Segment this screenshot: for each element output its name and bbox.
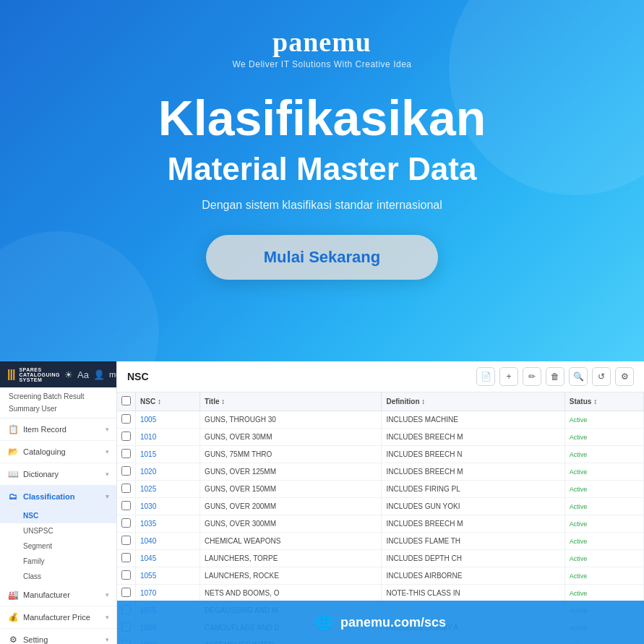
table-row[interactable]: 1040 CHEMICAL WEAPONS INCLUDES FLAME TH … xyxy=(117,533,644,550)
row-checkbox[interactable] xyxy=(121,536,131,545)
cta-button[interactable]: Mulai Sekarang xyxy=(206,235,438,280)
brightness-icon[interactable]: ☀ xyxy=(64,369,73,380)
col-status[interactable]: Status ↕ xyxy=(564,392,643,411)
col-checkbox xyxy=(117,392,136,411)
sidebar: ||| SPARES CATALOGUING SYSTEM ☀ Aa 👤 mub… xyxy=(0,361,117,644)
nsc-cell[interactable]: 1055 xyxy=(136,567,200,585)
title-cell: GUNS, OVER 150MM xyxy=(200,481,382,498)
sidebar-item-cataloguing[interactable]: 📂 Cataloguing ▾ xyxy=(0,441,116,463)
nsc-link[interactable]: 1030 xyxy=(140,502,156,510)
row-checkbox[interactable] xyxy=(121,553,131,562)
col-definition[interactable]: Definition ↕ xyxy=(382,392,564,411)
setting-label: Setting xyxy=(23,635,101,644)
classification-icon: 🗂 xyxy=(7,491,19,502)
overlay-url: panemu.com/scs xyxy=(340,615,446,630)
add-button[interactable]: + xyxy=(499,367,518,386)
table-row[interactable]: 1035 GUNS, OVER 300MM INCLUDES BREECH M … xyxy=(117,515,644,533)
setting-icon: ⚙ xyxy=(7,634,19,644)
main-toolbar: NSC 📄 + ✏ 🗑 🔍 ↺ ⚙ xyxy=(117,361,644,392)
nsc-link[interactable]: 1025 xyxy=(140,485,156,493)
definition-cell: INCLUDES AIRBORNE xyxy=(382,567,564,585)
table-row[interactable]: 1010 GUNS, OVER 30MM INCLUDES BREECH M A… xyxy=(117,429,644,446)
row-checkbox[interactable] xyxy=(121,501,131,510)
row-checkbox[interactable] xyxy=(121,518,131,528)
nsc-cell[interactable]: 1005 xyxy=(136,411,200,429)
sidebar-item-manufacturer[interactable]: 🏭 Manufacturer ▾ xyxy=(0,584,116,606)
nsc-link[interactable]: 1015 xyxy=(140,450,156,458)
row-checkbox[interactable] xyxy=(121,432,131,441)
status-badge: Active xyxy=(570,486,588,493)
row-checkbox[interactable] xyxy=(121,588,131,597)
sub-item-unspsc[interactable]: UNSPSC xyxy=(0,523,116,538)
definition-cell: NOTE-THIS CLASS IN xyxy=(382,585,564,602)
definition-cell: INCLUDES BREECH M xyxy=(382,463,564,481)
user-icon[interactable]: 👤 xyxy=(93,369,105,380)
nsc-cell[interactable]: 1010 xyxy=(136,429,200,446)
search-button[interactable]: 🔍 xyxy=(569,367,588,386)
nsc-cell[interactable]: 1045 xyxy=(136,550,200,567)
delete-button[interactable]: 🗑 xyxy=(546,367,564,386)
nsc-cell[interactable]: 1025 xyxy=(136,481,200,498)
nsc-cell[interactable]: 1015 xyxy=(136,446,200,463)
nsc-link[interactable]: 1040 xyxy=(140,537,156,545)
nsc-cell[interactable]: 1040 xyxy=(136,533,200,550)
screening-batch-link[interactable]: Screening Batch Result xyxy=(0,390,116,403)
edit-button[interactable]: ✏ xyxy=(523,367,541,386)
status-badge: Active xyxy=(570,416,588,424)
table-header-row: NSC ↕ Title ↕ Definition ↕ Status ↕ xyxy=(117,392,644,411)
table-row[interactable]: 1025 GUNS, OVER 150MM INCLUDES FIRING PL… xyxy=(117,481,644,498)
row-checkbox[interactable] xyxy=(121,414,131,424)
col-nsc[interactable]: NSC ↕ xyxy=(136,392,200,411)
nsc-link[interactable]: 1035 xyxy=(140,520,156,528)
select-all-checkbox[interactable] xyxy=(121,396,131,405)
nsc-link[interactable]: 1045 xyxy=(140,554,156,562)
title-cell: NETS AND BOOMS, O xyxy=(200,585,382,602)
sub-item-class[interactable]: Class xyxy=(0,569,116,584)
table-row[interactable]: 1005 GUNS, THROUGH 30 INCLUDES MACHINE A… xyxy=(117,411,644,429)
sidebar-item-setting[interactable]: ⚙ Setting ▾ xyxy=(0,629,116,644)
nsc-cell[interactable]: 1030 xyxy=(136,498,200,515)
settings-button[interactable]: ⚙ xyxy=(615,367,634,386)
export-button[interactable]: 📄 xyxy=(476,367,495,386)
nsc-cell[interactable]: 1035 xyxy=(136,515,200,533)
main-content: NSC 📄 + ✏ 🗑 🔍 ↺ ⚙ NSC ↕ xyxy=(117,361,644,644)
sub-item-family[interactable]: Family xyxy=(0,554,116,569)
nsc-link[interactable]: 1010 xyxy=(140,433,156,441)
table-row[interactable]: 1020 GUNS, OVER 125MM INCLUDES BREECH M … xyxy=(117,463,644,481)
table-row[interactable]: 1045 LAUNCHERS, TORPE INCLUDES DEPTH CH … xyxy=(117,550,644,567)
row-checkbox-cell xyxy=(117,463,136,481)
table-row[interactable]: 1015 GUNS, 75MM THRO INCLUDES BREECH N A… xyxy=(117,446,644,463)
row-checkbox[interactable] xyxy=(121,449,131,458)
nsc-link[interactable]: 1070 xyxy=(140,589,156,597)
row-checkbox[interactable] xyxy=(121,484,131,493)
logo-area: panemu We Deliver IT Solutions With Crea… xyxy=(233,26,412,69)
row-checkbox-cell xyxy=(117,481,136,498)
nsc-link[interactable]: 1055 xyxy=(140,572,156,580)
table-row[interactable]: 1030 GUNS, OVER 200MM INCLUDES GUN YOKI … xyxy=(117,498,644,515)
sidebar-item-classification[interactable]: 🗂 Classification ▾ xyxy=(0,486,116,508)
manufacturer-price-icon: 💰 xyxy=(7,611,19,623)
sub-item-segment[interactable]: Segment xyxy=(0,538,116,554)
sub-item-nsc[interactable]: NSC xyxy=(0,508,116,523)
sidebar-item-manufacturer-price[interactable]: 💰 Manufacturer Price ▾ xyxy=(0,606,116,629)
status-cell: Active xyxy=(564,411,643,429)
title-cell: LAUNCHERS, TORPE xyxy=(200,550,382,567)
nsc-link[interactable]: 1005 xyxy=(140,416,156,424)
nsc-cell[interactable]: 1020 xyxy=(136,463,200,481)
language-icon[interactable]: Aa xyxy=(77,369,89,380)
refresh-button[interactable]: ↺ xyxy=(592,367,611,386)
status-badge: Active xyxy=(570,538,588,545)
row-checkbox[interactable] xyxy=(121,466,131,476)
nsc-cell[interactable]: 1070 xyxy=(136,585,200,602)
summary-user-link[interactable]: Summary User xyxy=(0,403,116,415)
row-checkbox-cell xyxy=(117,429,136,446)
row-checkbox[interactable] xyxy=(121,570,131,580)
nsc-link[interactable]: 1020 xyxy=(140,468,156,476)
title-cell: GUNS, OVER 125MM xyxy=(200,463,382,481)
sidebar-item-dictionary[interactable]: 📖 Dictionary ▾ xyxy=(0,463,116,486)
sidebar-item-item-record[interactable]: 📋 Item Record ▾ xyxy=(0,418,116,441)
table-row[interactable]: 1070 NETS AND BOOMS, O NOTE-THIS CLASS I… xyxy=(117,585,644,602)
definition-cell: INCLUDES FIRING PL xyxy=(382,481,564,498)
col-title[interactable]: Title ↕ xyxy=(200,392,382,411)
table-row[interactable]: 1055 LAUNCHERS, ROCKE INCLUDES AIRBORNE … xyxy=(117,567,644,585)
